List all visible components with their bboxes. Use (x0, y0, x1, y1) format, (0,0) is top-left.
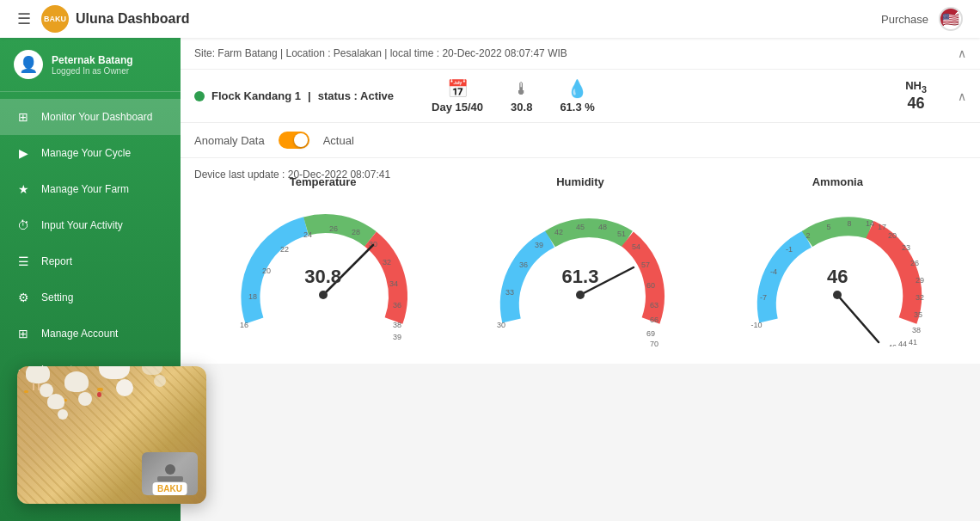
svg-text:22: 22 (280, 245, 289, 254)
humidity-gauge: 30 33 36 39 42 45 48 51 54 57 60 63 66 6… (486, 192, 675, 346)
sidebar-item-cycle[interactable]: ▶ Manage Your Cycle (0, 135, 181, 171)
sidebar-label-monitor: Monitor Your Dashboard (41, 111, 152, 123)
svg-text:-10: -10 (751, 321, 763, 329)
sidebar-nav: ⊞ Monitor Your Dashboard ▶ Manage Your C… (0, 92, 181, 395)
svg-text:2: 2 (806, 231, 811, 240)
nh3-label: NH3 (905, 79, 927, 95)
user-avatar: 👤 (14, 50, 43, 79)
flock-status-label: status : Active (318, 89, 394, 102)
main-content: Site: Farm Batang | Location : Pesalakan… (181, 38, 980, 521)
svg-text:33: 33 (505, 288, 514, 297)
svg-point-52 (833, 291, 842, 299)
svg-text:39: 39 (535, 241, 543, 249)
svg-text:46: 46 (888, 343, 897, 346)
humidity-icon: 💧 (567, 78, 588, 99)
svg-text:69: 69 (646, 329, 655, 338)
svg-text:66: 66 (650, 316, 658, 324)
svg-text:63: 63 (650, 301, 658, 310)
svg-text:39: 39 (393, 333, 401, 341)
svg-text:20: 20 (888, 231, 897, 240)
flock-bar-chevron[interactable]: ∧ (958, 89, 966, 103)
actual-label: Actual (323, 134, 354, 147)
svg-text:-4: -4 (770, 267, 777, 276)
app-title: Uluna Dashboard (76, 11, 189, 27)
grid-icon: ⊞ (14, 107, 33, 126)
anomaly-label: Anomaly Data (194, 134, 265, 147)
flock-bar: Flock Kandang 1 | status : Active 📅 Day … (181, 70, 980, 123)
svg-text:48: 48 (598, 223, 607, 231)
star-icon: ★ (14, 180, 33, 199)
svg-text:34: 34 (389, 279, 398, 288)
sidebar-item-input[interactable]: ⏱ Input Your Activity (0, 207, 181, 243)
site-header: Site: Farm Batang | Location : Pesalakan… (181, 38, 980, 70)
svg-text:29: 29 (916, 276, 924, 285)
gauge-section: Device last update : 20-Dec-2022 08:07:4… (181, 158, 980, 364)
svg-text:23: 23 (902, 243, 910, 252)
site-header-chevron[interactable]: ∧ (958, 46, 966, 60)
language-flag[interactable]: 🇺🇸 (939, 7, 963, 31)
svg-text:51: 51 (617, 230, 626, 238)
svg-text:-7: -7 (760, 293, 767, 302)
sidebar-label-cycle: Manage Your Cycle (41, 147, 131, 159)
svg-text:26: 26 (910, 259, 919, 267)
sidebar-item-monitor[interactable]: ⊞ Monitor Your Dashboard (0, 99, 181, 135)
anomaly-toggle[interactable] (279, 132, 309, 149)
svg-text:-1: -1 (786, 245, 793, 254)
flock-status-dot (194, 91, 205, 101)
svg-text:20: 20 (262, 267, 271, 275)
ammonia-title: Ammonia (743, 175, 932, 188)
play-icon: ▶ (14, 144, 33, 162)
baku-device: BAKU (142, 452, 198, 495)
sidebar-label-input: Input Your Activity (41, 219, 123, 231)
account-icon: ⊞ (14, 324, 33, 343)
svg-text:70: 70 (650, 340, 658, 346)
humidity-value: 61.3 (562, 266, 599, 288)
thermometer-icon: 🌡 (513, 79, 530, 99)
temp-value: 30.8 (511, 101, 532, 113)
ammonia-gauge-container: Ammonia -10 -7 -4 -1 2 (743, 175, 932, 346)
svg-text:38: 38 (393, 321, 401, 329)
calendar-icon: 📅 (447, 78, 469, 99)
menu-icon[interactable]: ☰ (17, 9, 31, 28)
temperature-gauge-container: Temperature 16 18 20 22 24 (229, 175, 418, 346)
purchase-link[interactable]: Purchase (881, 13, 928, 26)
flock-status-text: | (308, 89, 311, 102)
farm-image-bg: BAKU (17, 366, 206, 504)
flock-name: Flock Kandang 1 (211, 89, 301, 102)
farm-image-overlay: BAKU (17, 366, 206, 504)
sidebar-label-setting: Setting (41, 291, 73, 303)
svg-text:32: 32 (383, 258, 391, 267)
topbar: ☰ BAKU Uluna Dashboard Purchase 🇺🇸 (0, 0, 980, 38)
ammonia-gauge: -10 -7 -4 -1 2 5 8 14 17 20 23 26 29 (743, 192, 932, 346)
flock-temperature: 🌡 30.8 (511, 79, 532, 113)
logo: BAKU Uluna Dashboard (41, 5, 189, 33)
sidebar-item-farm[interactable]: ★ Manage Your Farm (0, 171, 181, 207)
svg-text:32: 32 (916, 293, 924, 302)
sidebar-user: 👤 Peternak Batang Logged In as Owner (0, 38, 181, 92)
svg-text:18: 18 (248, 292, 257, 301)
flock-day: 📅 Day 15/40 (432, 78, 483, 113)
username: Peternak Batang (52, 54, 167, 66)
logo-circle: BAKU (41, 5, 69, 33)
svg-text:36: 36 (393, 301, 401, 310)
svg-point-14 (319, 291, 328, 299)
humidity-value: 61.3 % (560, 101, 594, 113)
nh3-box: NH3 46 (905, 79, 927, 113)
sidebar-item-report[interactable]: ☰ Report (0, 243, 181, 279)
user-role: Logged In as Owner (52, 66, 167, 76)
svg-text:28: 28 (352, 228, 360, 236)
temperature-value: 30.8 (304, 266, 341, 288)
svg-text:44: 44 (898, 340, 907, 346)
user-info: Peternak Batang Logged In as Owner (52, 54, 167, 76)
sidebar-label-report: Report (41, 255, 72, 267)
svg-text:30: 30 (497, 321, 505, 329)
sidebar-item-account[interactable]: ⊞ Manage Account (0, 316, 181, 352)
temperature-title: Temperature (229, 175, 418, 188)
svg-text:8: 8 (848, 219, 852, 228)
sidebar-label-farm: Manage Your Farm (41, 183, 129, 195)
site-info: Site: Farm Batang | Location : Pesalakan… (194, 47, 567, 59)
svg-text:35: 35 (914, 310, 922, 319)
svg-text:41: 41 (909, 338, 917, 346)
sidebar-item-setting[interactable]: ⚙ Setting (0, 279, 181, 316)
flock-status: Flock Kandang 1 | status : Active (194, 89, 394, 102)
